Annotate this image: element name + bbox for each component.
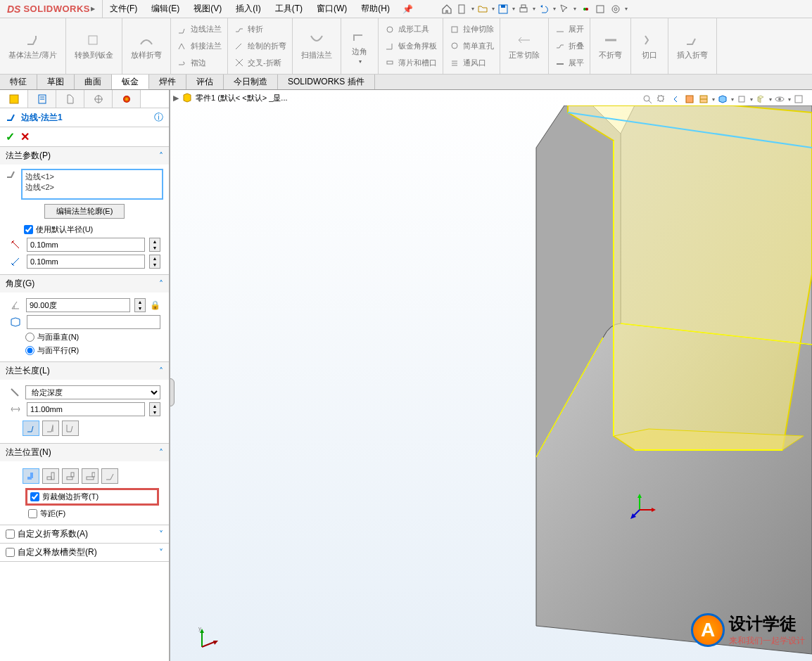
gusset-button[interactable]: 钣金角撑板 bbox=[384, 39, 437, 52]
flatten-button[interactable]: 展平 bbox=[554, 56, 584, 69]
panel-tab-display-manager[interactable] bbox=[113, 90, 141, 108]
insert-bends-button[interactable]: 插入折弯 bbox=[674, 21, 711, 71]
display-style-dropdown-icon[interactable]: ▾ bbox=[731, 96, 734, 103]
perpendicular-row[interactable]: 与面垂直(N) bbox=[6, 330, 163, 344]
angle-input[interactable] bbox=[26, 298, 130, 312]
custom-bend-allowance-header[interactable]: 自定义折弯系数(A) ˅ bbox=[0, 525, 169, 544]
angle-down[interactable]: ▼ bbox=[135, 305, 145, 312]
gap2-input[interactable] bbox=[27, 255, 145, 269]
gap1-input[interactable] bbox=[27, 238, 145, 252]
fold-button[interactable]: 折叠 bbox=[554, 39, 584, 52]
settings-dropdown-icon[interactable]: ▾ bbox=[625, 6, 628, 12]
miter-flange-button[interactable]: 斜接法兰 bbox=[177, 39, 222, 52]
zoom-area-icon[interactable] bbox=[655, 93, 668, 105]
view-settings-icon[interactable] bbox=[792, 93, 805, 105]
model-view[interactable] bbox=[170, 105, 812, 661]
breadcrumb-text[interactable]: 零件1 (默认< <默认> _显... bbox=[196, 93, 288, 103]
length-type-dropdown[interactable]: 给定深度 bbox=[25, 385, 160, 399]
menu-insert[interactable]: 插入(I) bbox=[229, 0, 267, 18]
open-icon[interactable] bbox=[476, 2, 490, 16]
apply-scene-icon[interactable] bbox=[773, 93, 786, 105]
new-dropdown-icon[interactable]: ▾ bbox=[471, 6, 474, 12]
select-dropdown-icon[interactable]: ▾ bbox=[573, 6, 576, 12]
save-icon[interactable] bbox=[496, 2, 510, 16]
ok-button[interactable]: ✓ bbox=[6, 130, 15, 143]
face-input[interactable] bbox=[27, 315, 160, 329]
view-orient-icon[interactable] bbox=[697, 93, 710, 105]
custom-bend-allowance-checkbox[interactable] bbox=[6, 530, 15, 539]
edges-listbox[interactable]: 边线<1> 边线<2> bbox=[21, 169, 163, 200]
edit-appearance-dropdown-icon[interactable]: ▾ bbox=[769, 96, 772, 103]
menu-window[interactable]: 窗口(W) bbox=[310, 0, 354, 18]
panel-tab-property-manager[interactable] bbox=[28, 90, 56, 108]
section-flange-params-header[interactable]: 法兰参数(P) ˄ bbox=[0, 147, 169, 165]
apply-scene-dropdown-icon[interactable]: ▾ bbox=[788, 96, 791, 103]
tab-weldment[interactable]: 焊件 bbox=[149, 75, 186, 89]
jog-button[interactable]: 转折 bbox=[234, 23, 286, 36]
length-down[interactable]: ▼ bbox=[150, 409, 160, 416]
section-flange-position-header[interactable]: 法兰位置(N) ˄ bbox=[0, 444, 169, 461]
display-style-icon[interactable] bbox=[716, 93, 729, 105]
lofted-bend-button[interactable]: 放样折弯 bbox=[128, 21, 165, 71]
length-up[interactable]: ▲ bbox=[150, 403, 160, 409]
tab-plugins[interactable]: SOLIDWORKS 插件 bbox=[278, 75, 375, 89]
edge-item-1[interactable]: 边线<1> bbox=[25, 172, 159, 182]
panel-tab-dimxpert[interactable] bbox=[84, 90, 113, 108]
convert-button[interactable]: 转换到钣金 bbox=[72, 21, 116, 71]
tab-sheetmetal[interactable]: 钣金 bbox=[112, 75, 149, 89]
use-default-radius-checkbox[interactable] bbox=[24, 225, 33, 234]
settings-icon[interactable] bbox=[609, 2, 623, 16]
print-icon[interactable] bbox=[516, 2, 531, 16]
edge-item-2[interactable]: 边线<2> bbox=[25, 182, 159, 193]
swept-flange-button[interactable]: 扫描法兰 bbox=[298, 21, 335, 71]
section-angle-header[interactable]: 角度(G) ˄ bbox=[0, 275, 169, 293]
new-icon[interactable] bbox=[455, 2, 469, 16]
home-icon[interactable] bbox=[440, 2, 454, 16]
gap1-up[interactable]: ▲ bbox=[150, 238, 160, 245]
edit-profile-button[interactable]: 编辑法兰轮廓(E) bbox=[44, 204, 125, 219]
perpendicular-radio[interactable] bbox=[25, 333, 34, 342]
angle-up[interactable]: ▲ bbox=[135, 299, 145, 305]
prev-view-icon[interactable] bbox=[669, 93, 682, 105]
section-flange-length-header[interactable]: 法兰长度(L) ˄ bbox=[0, 362, 169, 380]
tab-slot-button[interactable]: 薄片和槽口 bbox=[384, 56, 437, 69]
offset-checkbox[interactable] bbox=[28, 509, 37, 518]
menu-view[interactable]: 视图(V) bbox=[186, 0, 229, 18]
use-default-radius-row[interactable]: 使用默认半径(U) bbox=[6, 223, 163, 236]
save-dropdown-icon[interactable]: ▾ bbox=[512, 6, 515, 12]
forming-tool-button[interactable]: 成形工具 bbox=[384, 23, 437, 36]
simple-hole-button[interactable]: 简单直孔 bbox=[449, 39, 494, 52]
vent-button[interactable]: 通风口 bbox=[449, 56, 494, 69]
unfold-button[interactable]: 展开 bbox=[554, 23, 584, 36]
cancel-button[interactable]: ✕ bbox=[20, 130, 30, 143]
no-bends-button[interactable]: 不折弯 bbox=[596, 21, 625, 71]
print-dropdown-icon[interactable]: ▾ bbox=[533, 6, 535, 12]
edit-appearance-icon[interactable] bbox=[754, 93, 767, 105]
edge-flange-button[interactable]: 边线法兰 bbox=[177, 23, 222, 36]
splitter-handle[interactable] bbox=[170, 378, 175, 406]
custom-relief-checkbox[interactable] bbox=[6, 548, 15, 557]
zoom-fit-icon[interactable] bbox=[641, 93, 654, 105]
pin-icon[interactable]: 📌 bbox=[397, 4, 419, 14]
menu-help[interactable]: 帮助(H) bbox=[354, 0, 397, 18]
gap1-down[interactable]: ▼ bbox=[150, 245, 160, 251]
viewport[interactable]: ▶ 零件1 (默认< <默认> _显... ▾ ▾ ▾ ▾ ▾ bbox=[170, 90, 812, 661]
select-icon[interactable] bbox=[557, 2, 571, 16]
lock-icon[interactable]: 🔒 bbox=[150, 300, 160, 310]
parallel-radio[interactable] bbox=[25, 346, 34, 355]
panel-tab-config-manager[interactable] bbox=[56, 90, 84, 108]
sketched-bend-button[interactable]: 绘制的折弯 bbox=[234, 39, 286, 52]
section-view-icon[interactable] bbox=[683, 93, 696, 105]
rebuild-icon[interactable] bbox=[578, 2, 592, 16]
custom-relief-header[interactable]: 自定义释放槽类型(R) ˅ bbox=[0, 544, 169, 562]
length-ref-2-button[interactable] bbox=[42, 421, 59, 436]
hem-button[interactable]: 褶边 bbox=[177, 56, 222, 69]
cross-break-button[interactable]: 交叉-折断 bbox=[234, 56, 286, 69]
gap2-down[interactable]: ▼ bbox=[150, 262, 160, 268]
menu-file[interactable]: 文件(F) bbox=[103, 0, 144, 18]
menu-tools[interactable]: 工具(T) bbox=[268, 0, 310, 18]
trim-side-bends-checkbox[interactable] bbox=[30, 492, 39, 501]
extruded-cut-button[interactable]: 拉伸切除 bbox=[449, 23, 494, 36]
tab-surface[interactable]: 曲面 bbox=[75, 75, 112, 89]
base-flange-button[interactable]: 基体法兰/薄片 bbox=[6, 21, 60, 71]
